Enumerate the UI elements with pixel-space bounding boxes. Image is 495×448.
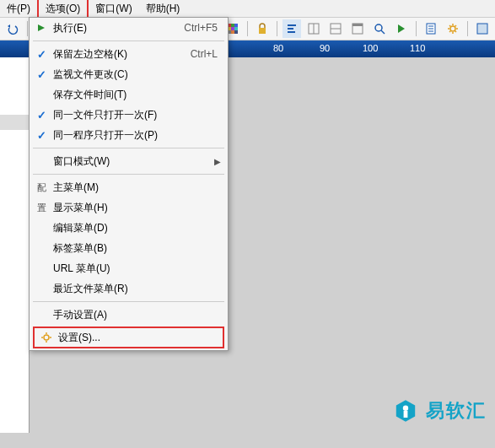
menu-label: 编辑菜单(D) (53, 221, 221, 235)
menu-display-menu[interactable]: 置 显示菜单(H) (30, 197, 228, 218)
split-h-icon[interactable] (304, 19, 323, 38)
menu-label: 设置(S)... (58, 331, 216, 345)
separator (467, 21, 468, 36)
menu-recent-file-menu[interactable]: 最近文件菜单(R) (30, 278, 228, 299)
menu-label: 监视文件更改(C) (53, 67, 221, 82)
menu-monitor-file-change[interactable]: ✓ 监视文件更改(C) (30, 64, 228, 84)
menu-label: 最近文件菜单(R) (53, 282, 221, 296)
separator (247, 21, 248, 36)
menu-same-file-once[interactable]: ✓ 同一文件只打开一次(F) (30, 105, 228, 125)
menu-url-menu[interactable]: URL 菜单(U) (30, 258, 228, 278)
menu-window-mode[interactable]: 窗口模式(W) ▶ (30, 151, 228, 171)
menu-label: 同一程序只打开一次(P) (53, 128, 221, 143)
menu-label: 执行(E) (53, 21, 184, 35)
menu-edit-menu[interactable]: 编辑菜单(D) (30, 218, 228, 238)
window-icon[interactable] (348, 19, 367, 38)
menu-file[interactable]: 件(P) (0, 0, 37, 18)
check-icon: ✓ (35, 128, 48, 142)
svg-rect-39 (477, 24, 487, 34)
gray-band (0, 115, 29, 130)
menu-manual-set[interactable]: 手动设置(A) (30, 305, 228, 325)
separator (277, 21, 277, 36)
menu-settings[interactable]: 设置(S)... (35, 328, 223, 347)
menu-label: 显示菜单(H) (53, 201, 221, 215)
menu-separator (33, 174, 224, 175)
ruler-tick-label: 90 (320, 43, 330, 53)
menu-label: 保留左边空格(K) (53, 47, 191, 62)
tool-right-icon[interactable] (473, 19, 492, 38)
menubar: 件(P) 选项(O) 窗口(W) 帮助(H) (0, 0, 495, 18)
check-icon: ✓ (35, 47, 48, 61)
svg-rect-6 (231, 24, 234, 27)
menu-main-menu[interactable]: 配 主菜单(M) (30, 177, 228, 197)
play-icon (35, 21, 48, 35)
menu-window[interactable]: 窗口(W) (89, 0, 138, 18)
svg-point-42 (44, 335, 49, 340)
svg-rect-9 (231, 27, 234, 30)
document-edge (0, 57, 30, 433)
menu-shortcut: Ctrl+F5 (184, 22, 218, 34)
menu-label: 手动设置(A) (53, 308, 221, 322)
menu-separator (33, 301, 224, 302)
lock-icon[interactable] (253, 19, 272, 38)
svg-point-40 (403, 406, 408, 411)
watermark: 易软汇 (392, 397, 487, 424)
svg-line-38 (455, 25, 457, 27)
svg-rect-23 (352, 24, 363, 26)
menu-separator (33, 40, 224, 41)
gear-icon[interactable] (444, 19, 462, 38)
separator (416, 21, 417, 36)
menu-help[interactable]: 帮助(H) (139, 0, 187, 18)
ruler-tick-label: 110 (410, 43, 425, 53)
svg-point-30 (450, 26, 455, 31)
side-label: 配 (35, 181, 48, 194)
ruler-tick-label: 80 (273, 43, 283, 53)
menu-execute[interactable]: 执行(E) Ctrl+F5 (30, 18, 228, 38)
menu-label: 保存文件时间(T) (53, 88, 221, 102)
options-dropdown: 执行(E) Ctrl+F5 ✓ 保留左边空格(K) Ctrl+L ✓ 监视文件更… (29, 17, 229, 351)
watermark-logo-icon (392, 397, 419, 424)
svg-rect-7 (234, 24, 238, 27)
document-icon[interactable] (422, 19, 440, 38)
ruler-tick-label: 100 (363, 43, 378, 53)
menu-separator (33, 148, 224, 148)
search-icon[interactable] (370, 19, 389, 38)
align-icon[interactable] (282, 19, 301, 38)
side-label: 置 (35, 201, 48, 214)
menu-keep-left-space[interactable]: ✓ 保留左边空格(K) Ctrl+L (30, 44, 228, 64)
menu-label: 标签菜单(B) (53, 241, 221, 256)
svg-point-24 (375, 24, 382, 31)
svg-rect-13 (234, 30, 238, 34)
submenu-arrow-icon: ▶ (214, 157, 221, 166)
menu-label: 同一文件只打开一次(F) (53, 108, 221, 122)
svg-rect-14 (259, 28, 266, 34)
svg-rect-41 (404, 411, 408, 418)
menu-label: 窗口模式(W) (53, 154, 214, 169)
run-icon[interactable] (392, 19, 411, 38)
menu-shortcut: Ctrl+L (191, 48, 218, 60)
separator (27, 21, 28, 36)
split-v-icon[interactable] (326, 19, 345, 38)
menu-label: 主菜单(M) (53, 181, 221, 195)
settings-highlight: 设置(S)... (33, 327, 224, 348)
watermark-text: 易软汇 (426, 398, 487, 424)
undo-icon[interactable] (3, 19, 22, 38)
svg-rect-12 (231, 30, 234, 34)
menu-label: URL 菜单(U) (53, 262, 221, 276)
check-icon: ✓ (35, 67, 48, 81)
svg-line-36 (455, 31, 457, 33)
check-icon: ✓ (35, 108, 48, 121)
svg-line-25 (381, 30, 385, 34)
gear-icon (40, 331, 53, 344)
menu-save-file-time[interactable]: 保存文件时间(T) (30, 84, 228, 105)
svg-line-35 (449, 25, 451, 27)
svg-rect-10 (234, 27, 238, 30)
menu-tag-menu[interactable]: 标签菜单(B) (30, 238, 228, 258)
menu-same-program-once[interactable]: ✓ 同一程序只打开一次(P) (30, 125, 228, 145)
svg-line-37 (449, 31, 451, 33)
